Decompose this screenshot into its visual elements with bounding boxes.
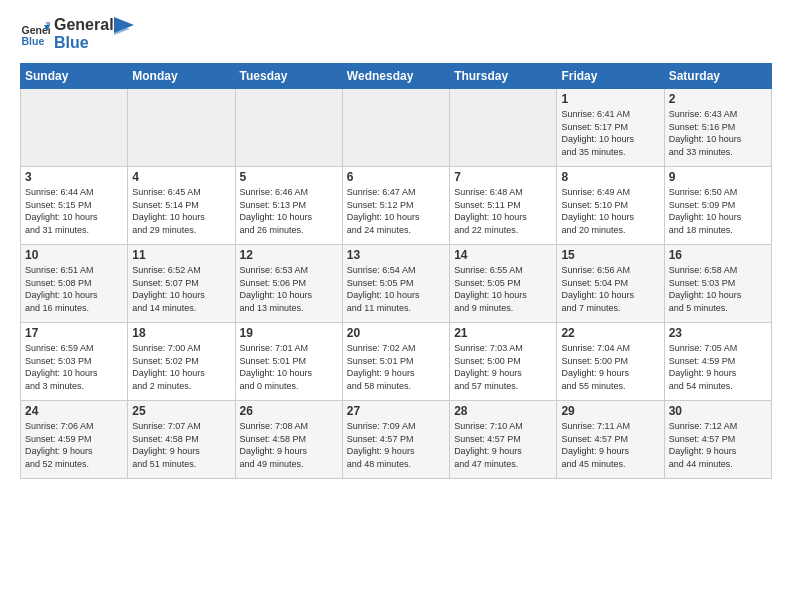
- day-info: Sunrise: 6:43 AM Sunset: 5:16 PM Dayligh…: [669, 108, 767, 158]
- calendar-day: 16Sunrise: 6:58 AM Sunset: 5:03 PM Dayli…: [664, 245, 771, 323]
- day-info: Sunrise: 7:10 AM Sunset: 4:57 PM Dayligh…: [454, 420, 552, 470]
- day-header-wednesday: Wednesday: [342, 64, 449, 89]
- calendar-day: 22Sunrise: 7:04 AM Sunset: 5:00 PM Dayli…: [557, 323, 664, 401]
- calendar-day: 12Sunrise: 6:53 AM Sunset: 5:06 PM Dayli…: [235, 245, 342, 323]
- day-info: Sunrise: 6:45 AM Sunset: 5:14 PM Dayligh…: [132, 186, 230, 236]
- day-info: Sunrise: 7:00 AM Sunset: 5:02 PM Dayligh…: [132, 342, 230, 392]
- calendar-day: [21, 89, 128, 167]
- logo: General Blue General Blue: [20, 16, 134, 51]
- day-info: Sunrise: 6:44 AM Sunset: 5:15 PM Dayligh…: [25, 186, 123, 236]
- day-number: 17: [25, 326, 123, 340]
- day-number: 20: [347, 326, 445, 340]
- day-info: Sunrise: 6:49 AM Sunset: 5:10 PM Dayligh…: [561, 186, 659, 236]
- day-number: 19: [240, 326, 338, 340]
- day-header-thursday: Thursday: [450, 64, 557, 89]
- day-number: 12: [240, 248, 338, 262]
- calendar-day: 6Sunrise: 6:47 AM Sunset: 5:12 PM Daylig…: [342, 167, 449, 245]
- calendar-day: 7Sunrise: 6:48 AM Sunset: 5:11 PM Daylig…: [450, 167, 557, 245]
- calendar-day: 3Sunrise: 6:44 AM Sunset: 5:15 PM Daylig…: [21, 167, 128, 245]
- day-info: Sunrise: 6:59 AM Sunset: 5:03 PM Dayligh…: [25, 342, 123, 392]
- day-info: Sunrise: 7:01 AM Sunset: 5:01 PM Dayligh…: [240, 342, 338, 392]
- calendar-day: 2Sunrise: 6:43 AM Sunset: 5:16 PM Daylig…: [664, 89, 771, 167]
- day-info: Sunrise: 6:55 AM Sunset: 5:05 PM Dayligh…: [454, 264, 552, 314]
- logo-general: General: [54, 16, 114, 34]
- day-info: Sunrise: 7:08 AM Sunset: 4:58 PM Dayligh…: [240, 420, 338, 470]
- day-info: Sunrise: 6:50 AM Sunset: 5:09 PM Dayligh…: [669, 186, 767, 236]
- day-info: Sunrise: 6:41 AM Sunset: 5:17 PM Dayligh…: [561, 108, 659, 158]
- day-info: Sunrise: 7:04 AM Sunset: 5:00 PM Dayligh…: [561, 342, 659, 392]
- calendar-day: 8Sunrise: 6:49 AM Sunset: 5:10 PM Daylig…: [557, 167, 664, 245]
- calendar-day: 30Sunrise: 7:12 AM Sunset: 4:57 PM Dayli…: [664, 401, 771, 479]
- calendar-day: 19Sunrise: 7:01 AM Sunset: 5:01 PM Dayli…: [235, 323, 342, 401]
- calendar-day: 25Sunrise: 7:07 AM Sunset: 4:58 PM Dayli…: [128, 401, 235, 479]
- day-number: 23: [669, 326, 767, 340]
- day-info: Sunrise: 6:54 AM Sunset: 5:05 PM Dayligh…: [347, 264, 445, 314]
- calendar-day: 4Sunrise: 6:45 AM Sunset: 5:14 PM Daylig…: [128, 167, 235, 245]
- day-header-tuesday: Tuesday: [235, 64, 342, 89]
- calendar-day: 29Sunrise: 7:11 AM Sunset: 4:57 PM Dayli…: [557, 401, 664, 479]
- day-number: 18: [132, 326, 230, 340]
- day-info: Sunrise: 7:02 AM Sunset: 5:01 PM Dayligh…: [347, 342, 445, 392]
- day-info: Sunrise: 7:05 AM Sunset: 4:59 PM Dayligh…: [669, 342, 767, 392]
- day-number: 4: [132, 170, 230, 184]
- day-info: Sunrise: 6:46 AM Sunset: 5:13 PM Dayligh…: [240, 186, 338, 236]
- logo-arrow-icon: [114, 17, 134, 45]
- calendar-table: SundayMondayTuesdayWednesdayThursdayFrid…: [20, 63, 772, 479]
- day-header-friday: Friday: [557, 64, 664, 89]
- calendar-day: 15Sunrise: 6:56 AM Sunset: 5:04 PM Dayli…: [557, 245, 664, 323]
- calendar-day: 5Sunrise: 6:46 AM Sunset: 5:13 PM Daylig…: [235, 167, 342, 245]
- calendar-day: 27Sunrise: 7:09 AM Sunset: 4:57 PM Dayli…: [342, 401, 449, 479]
- day-number: 15: [561, 248, 659, 262]
- calendar-day: [450, 89, 557, 167]
- calendar-week-1: 1Sunrise: 6:41 AM Sunset: 5:17 PM Daylig…: [21, 89, 772, 167]
- day-info: Sunrise: 7:03 AM Sunset: 5:00 PM Dayligh…: [454, 342, 552, 392]
- day-info: Sunrise: 6:52 AM Sunset: 5:07 PM Dayligh…: [132, 264, 230, 314]
- calendar-day: 20Sunrise: 7:02 AM Sunset: 5:01 PM Dayli…: [342, 323, 449, 401]
- day-number: 28: [454, 404, 552, 418]
- day-info: Sunrise: 7:06 AM Sunset: 4:59 PM Dayligh…: [25, 420, 123, 470]
- calendar-day: [235, 89, 342, 167]
- calendar-day: 9Sunrise: 6:50 AM Sunset: 5:09 PM Daylig…: [664, 167, 771, 245]
- day-number: 9: [669, 170, 767, 184]
- page-header: General Blue General Blue: [20, 16, 772, 51]
- day-number: 24: [25, 404, 123, 418]
- calendar-day: 11Sunrise: 6:52 AM Sunset: 5:07 PM Dayli…: [128, 245, 235, 323]
- day-info: Sunrise: 7:07 AM Sunset: 4:58 PM Dayligh…: [132, 420, 230, 470]
- day-number: 2: [669, 92, 767, 106]
- calendar-day: 1Sunrise: 6:41 AM Sunset: 5:17 PM Daylig…: [557, 89, 664, 167]
- calendar-day: 26Sunrise: 7:08 AM Sunset: 4:58 PM Dayli…: [235, 401, 342, 479]
- day-header-monday: Monday: [128, 64, 235, 89]
- day-info: Sunrise: 6:48 AM Sunset: 5:11 PM Dayligh…: [454, 186, 552, 236]
- calendar-day: 17Sunrise: 6:59 AM Sunset: 5:03 PM Dayli…: [21, 323, 128, 401]
- calendar-day: 13Sunrise: 6:54 AM Sunset: 5:05 PM Dayli…: [342, 245, 449, 323]
- day-info: Sunrise: 6:58 AM Sunset: 5:03 PM Dayligh…: [669, 264, 767, 314]
- calendar-week-4: 17Sunrise: 6:59 AM Sunset: 5:03 PM Dayli…: [21, 323, 772, 401]
- day-number: 27: [347, 404, 445, 418]
- calendar-day: 10Sunrise: 6:51 AM Sunset: 5:08 PM Dayli…: [21, 245, 128, 323]
- day-number: 14: [454, 248, 552, 262]
- day-header-sunday: Sunday: [21, 64, 128, 89]
- day-number: 16: [669, 248, 767, 262]
- day-number: 6: [347, 170, 445, 184]
- logo-blue: Blue: [54, 34, 114, 52]
- calendar-day: 21Sunrise: 7:03 AM Sunset: 5:00 PM Dayli…: [450, 323, 557, 401]
- day-number: 11: [132, 248, 230, 262]
- calendar-page: General Blue General Blue SundayMondayTu…: [0, 0, 792, 489]
- calendar-day: 24Sunrise: 7:06 AM Sunset: 4:59 PM Dayli…: [21, 401, 128, 479]
- calendar-day: 23Sunrise: 7:05 AM Sunset: 4:59 PM Dayli…: [664, 323, 771, 401]
- day-info: Sunrise: 6:47 AM Sunset: 5:12 PM Dayligh…: [347, 186, 445, 236]
- calendar-week-2: 3Sunrise: 6:44 AM Sunset: 5:15 PM Daylig…: [21, 167, 772, 245]
- calendar-day: 18Sunrise: 7:00 AM Sunset: 5:02 PM Dayli…: [128, 323, 235, 401]
- day-number: 7: [454, 170, 552, 184]
- calendar-day: 14Sunrise: 6:55 AM Sunset: 5:05 PM Dayli…: [450, 245, 557, 323]
- logo-icon: General Blue: [20, 19, 50, 49]
- day-info: Sunrise: 6:56 AM Sunset: 5:04 PM Dayligh…: [561, 264, 659, 314]
- calendar-week-3: 10Sunrise: 6:51 AM Sunset: 5:08 PM Dayli…: [21, 245, 772, 323]
- calendar-week-5: 24Sunrise: 7:06 AM Sunset: 4:59 PM Dayli…: [21, 401, 772, 479]
- day-number: 22: [561, 326, 659, 340]
- day-info: Sunrise: 7:11 AM Sunset: 4:57 PM Dayligh…: [561, 420, 659, 470]
- day-number: 3: [25, 170, 123, 184]
- day-info: Sunrise: 7:12 AM Sunset: 4:57 PM Dayligh…: [669, 420, 767, 470]
- day-number: 25: [132, 404, 230, 418]
- svg-text:Blue: Blue: [22, 34, 45, 46]
